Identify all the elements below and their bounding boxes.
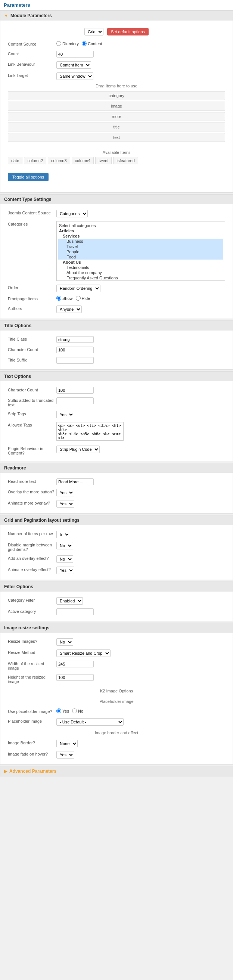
category-item[interactable]: People [58,249,223,255]
category-item[interactable]: Business [58,239,223,244]
animate-overlay-select[interactable]: Yes [56,500,74,508]
drag-item[interactable]: more [8,112,225,121]
width-input[interactable] [56,661,94,667]
directory-radio-label[interactable]: Directory [56,41,79,46]
available-tag[interactable]: column3 [48,157,70,164]
drag-item[interactable]: image [8,102,225,111]
no-placeholder-radio[interactable] [72,708,77,713]
title-suffix-input[interactable] [56,357,94,364]
category-item[interactable]: Testimonials [58,265,223,270]
yes-placeholder-radio[interactable] [56,708,61,713]
category-item[interactable]: Services [58,234,223,239]
link-target-control: Same window [56,72,225,80]
category-item[interactable]: About the company [58,270,223,275]
no-placeholder-label[interactable]: No [72,708,83,713]
suffix-input[interactable] [56,398,94,404]
title-suffix-control [56,357,225,364]
show-radio-label[interactable]: Show [56,296,73,301]
category-item[interactable]: Articles [58,228,223,234]
disable-margin-select[interactable]: No [56,542,73,549]
available-tag[interactable]: column4 [72,157,94,164]
category-item[interactable]: About Us [58,259,223,265]
strip-tags-control: Yes [56,411,225,418]
strip-tags-select[interactable]: Yes [56,411,74,418]
toggle-btn-container: Toggle all options [0,167,233,189]
category-item[interactable]: Select all categories [58,223,223,228]
title-char-count-row: Character Count [0,345,233,355]
animate-overlay-grid-label: Animate overlay effect? [8,566,56,572]
category-item[interactable]: Quotes [58,280,223,281]
joomla-source-select[interactable]: Categories [56,210,88,217]
placeholder-image-select[interactable]: - Use Default - [56,718,124,725]
drag-item[interactable]: text [8,133,225,142]
resize-method-select[interactable]: Smart Resize and Crop [56,649,111,657]
items-per-row-select[interactable]: 5 [56,531,70,538]
link-behaviour-control: Content item [56,61,225,69]
authors-select[interactable]: Anyone [56,305,82,313]
category-item[interactable]: Travel [58,244,223,249]
items-per-row-row: Number of items per row 5 [0,529,233,540]
active-category-input[interactable] [56,608,94,615]
overlay-effect-select[interactable]: No [56,555,73,563]
content-radio-label[interactable]: Content [82,41,102,46]
directory-radio[interactable] [56,41,61,46]
set-default-button[interactable]: Set default options [107,28,149,35]
categories-list[interactable]: Select all categoriesArticlesServicesBus… [56,221,225,281]
available-tag[interactable]: tweet [95,157,112,164]
image-resize-section: Image resize settings Resize Images? No … [0,623,233,765]
content-type-header: Content Type Settings [0,194,233,204]
yes-placeholder-label[interactable]: Yes [56,708,69,713]
content-radio[interactable] [82,41,87,46]
title-char-count-input[interactable] [56,347,94,353]
disable-margin-control: No [56,542,225,549]
text-char-count-row: Character Count [0,385,233,396]
available-tag[interactable]: isfeatured [113,157,138,164]
allowed-tags-row: Allowed Tags <p> <a> <ul> <li> <div> <h1… [0,420,233,444]
content-source-radio-group: Directory Content [56,41,225,46]
show-radio[interactable] [56,296,61,301]
image-border-select[interactable]: None [56,740,78,747]
overlay-btn-select[interactable]: Yes [56,489,74,496]
placeholder-image-label: Placeholder image [8,718,56,724]
order-select[interactable]: Random Ordering [56,285,100,292]
placeholder-image-row: Placeholder image - Use Default - [0,716,233,727]
title-suffix-label: Title Suffix [8,357,56,362]
allowed-tags-label: Allowed Tags [8,422,56,427]
resize-images-select[interactable]: No [56,638,73,646]
drag-item[interactable]: title [8,123,225,132]
category-filter-select[interactable]: Enabled [56,597,83,605]
text-char-count-input[interactable] [56,387,94,394]
height-input[interactable] [56,674,94,681]
allowed-tags-textarea[interactable]: <p> <a> <ul> <li> <div> <h1> <h2> <h3> <… [56,422,124,441]
resize-method-control: Smart Resize and Crop [56,649,225,657]
category-item[interactable]: Frequently Asked Questions [58,275,223,280]
hide-radio-label[interactable]: Hide [76,296,90,301]
title-options-header: Title Options [0,321,233,331]
advanced-parameters-title: Advanced Parameters [10,768,56,774]
resize-images-control: No [56,638,225,646]
layout-select[interactable]: Grid [84,28,103,35]
drag-item[interactable]: category [8,91,225,100]
grid-pagination-title: Grid and Pagination layout settings [4,518,79,523]
image-resize-title: Image resize settings [4,625,49,630]
title-class-input[interactable] [56,336,94,343]
height-label: Height of the resized image [8,674,56,684]
toggle-all-button[interactable]: Toggle all options [8,173,49,181]
image-fade-control: Yes [56,751,225,759]
available-tag[interactable]: date [8,157,22,164]
image-fade-select[interactable]: Yes [56,751,74,759]
link-target-select[interactable]: Same window [56,72,94,80]
hide-radio[interactable] [76,296,81,301]
link-behaviour-select[interactable]: Content item [56,61,91,69]
animate-overlay-grid-select[interactable]: Yes [56,566,74,574]
module-parameters-title: Module Parameters [11,13,52,18]
available-tag[interactable]: column2 [24,157,46,164]
count-input[interactable] [56,51,94,57]
strip-tags-label: Strip Tags [8,411,56,416]
categories-label: Categories [8,221,56,226]
height-row: Height of the resized image [0,672,233,686]
read-more-text-input[interactable] [56,479,94,485]
link-target-label: Link Target [8,72,56,78]
plugin-select[interactable]: Strip Plugin Code [56,445,100,453]
category-item[interactable]: Food [58,255,223,259]
